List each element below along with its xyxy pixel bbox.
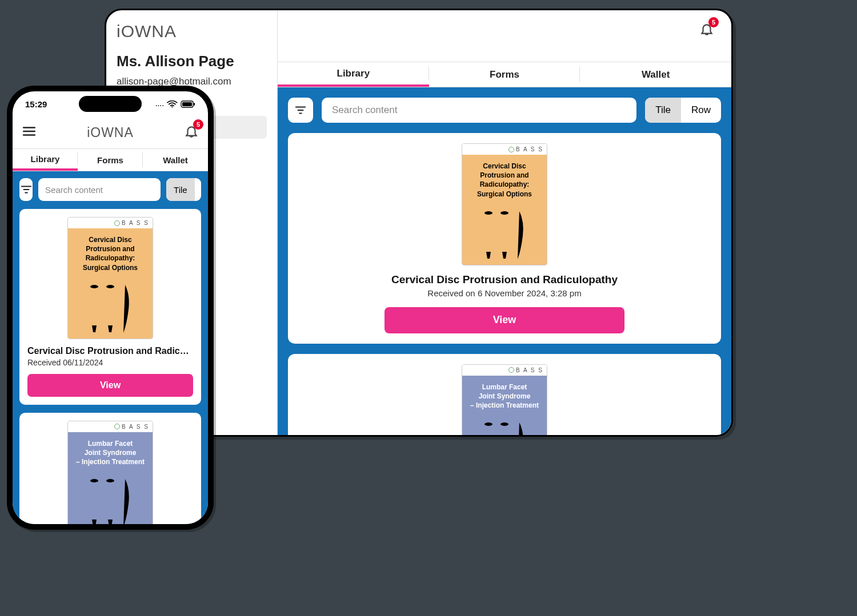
content-card-lumbar: B A S S Lumbar Facet Joint Syndrome – In…: [19, 413, 201, 524]
thumb-title: Lumbar Facet Joint Syndrome – Injection …: [68, 432, 153, 475]
notifications-button[interactable]: 5: [699, 22, 714, 39]
phone-frame: 15:29 .... iOWNA 5 Library F: [7, 86, 214, 530]
user-display-name: Ms. Allison Page: [117, 53, 267, 70]
thumb-illustration: [462, 418, 547, 435]
card-received: Received 06/11/2024: [27, 358, 193, 367]
search-input[interactable]: [38, 178, 161, 201]
view-toggle: Tile Row: [645, 98, 721, 123]
thumb-provider: B A S S: [462, 365, 547, 376]
thumb-title: Lumbar Facet Joint Syndrome – Injection …: [462, 376, 547, 418]
tab-library[interactable]: Library: [278, 62, 429, 87]
tab-wallet[interactable]: Wallet: [580, 62, 731, 87]
toggle-tile[interactable]: Tile: [166, 178, 195, 201]
tablet-tabs: Library Forms Wallet: [278, 62, 731, 87]
filter-icon: [20, 183, 33, 196]
svg-rect-37: [194, 103, 195, 106]
menu-button[interactable]: [22, 124, 37, 141]
notification-badge: 5: [193, 119, 203, 130]
tab-forms[interactable]: Forms: [78, 149, 143, 171]
svg-rect-36: [182, 102, 192, 106]
brand-logo: iOWNA: [117, 22, 267, 41]
thumb-provider: B A S S: [68, 421, 153, 432]
bass-logo-icon: [508, 147, 514, 152]
tab-forms[interactable]: Forms: [429, 62, 580, 87]
svg-point-34: [172, 106, 173, 107]
card-title: Cervical Disc Protrusion and Radiculopa.…: [27, 346, 193, 356]
cellular-icon: ....: [155, 101, 164, 107]
phone-notch: [79, 96, 142, 112]
filter-button[interactable]: [19, 178, 33, 201]
thumb-illustration: [462, 207, 547, 265]
filter-button[interactable]: [288, 98, 313, 123]
toggle-row[interactable]: Row: [681, 98, 721, 123]
filter-icon: [294, 104, 307, 116]
thumb-provider: B A S S: [462, 144, 547, 155]
view-button[interactable]: View: [385, 307, 624, 333]
content-card-cervical: B A S S Cervical Disc Protrusion and Rad…: [288, 133, 721, 344]
toggle-tile[interactable]: Tile: [645, 98, 681, 123]
search-input[interactable]: [322, 98, 636, 123]
bass-logo-icon: [508, 367, 514, 373]
phone-content-area: Tile Row B A S S Cervical Disc Protrusio…: [13, 171, 208, 524]
phone-toolbar: Tile Row: [19, 178, 201, 201]
thumb-title: Cervical Disc Protrusion and Radiculopat…: [68, 228, 153, 280]
battery-icon: [181, 100, 195, 108]
tablet-main: 5 Library Forms Wallet Tile Ro: [278, 10, 731, 435]
thumb-provider: B A S S: [68, 218, 153, 228]
tablet-content-area: Tile Row B A S S Cervical Disc Protrusio…: [278, 87, 731, 435]
view-button[interactable]: View: [27, 374, 193, 397]
thumb-illustration: [68, 474, 153, 524]
tab-wallet[interactable]: Wallet: [143, 149, 208, 171]
brand-logo: iOWNA: [87, 125, 134, 140]
hamburger-icon: [22, 124, 37, 139]
content-card-lumbar: B A S S Lumbar Facet Joint Syndrome – In…: [288, 354, 721, 435]
card-received: Received on 6 November 2024, 3:28 pm: [427, 288, 581, 298]
bass-logo-icon: [114, 220, 120, 226]
notifications-button[interactable]: 5: [184, 124, 199, 141]
notification-badge: 5: [708, 17, 719, 27]
status-clock: 15:29: [25, 99, 47, 109]
toggle-row[interactable]: Row: [195, 178, 201, 201]
card-thumbnail: B A S S Cervical Disc Protrusion and Rad…: [462, 143, 547, 265]
phone-header: iOWNA 5: [13, 116, 208, 148]
bass-logo-icon: [114, 424, 120, 429]
card-thumbnail: B A S S Cervical Disc Protrusion and Rad…: [67, 217, 153, 339]
tablet-toolbar: Tile Row: [288, 98, 721, 123]
wifi-icon: [167, 100, 178, 108]
view-toggle: Tile Row: [166, 178, 201, 201]
card-title: Cervical Disc Protrusion and Radiculopat…: [391, 273, 618, 286]
phone-tabs: Library Forms Wallet: [13, 148, 208, 171]
thumb-illustration: [68, 280, 153, 339]
card-thumbnail: B A S S Lumbar Facet Joint Syndrome – In…: [462, 364, 547, 435]
thumb-title: Cervical Disc Protrusion and Radiculopat…: [462, 155, 547, 207]
tab-library[interactable]: Library: [13, 149, 78, 171]
content-card-cervical: B A S S Cervical Disc Protrusion and Rad…: [19, 209, 201, 405]
card-thumbnail: B A S S Lumbar Facet Joint Syndrome – In…: [67, 421, 153, 524]
